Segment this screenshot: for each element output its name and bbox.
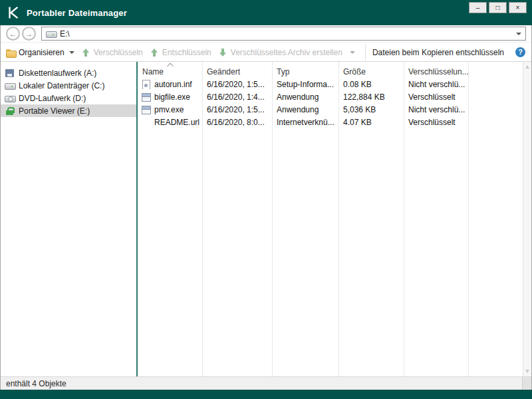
- column-label: Typ: [277, 67, 289, 76]
- forward-arrow-icon: →: [25, 30, 33, 38]
- file-name: autorun.inf: [154, 80, 192, 89]
- drive-label: DVD-Laufwerk (D:): [19, 94, 86, 103]
- address-dropdown-icon[interactable]: [516, 33, 521, 35]
- decrypt-on-copy-option[interactable]: Dateien beim Kopieren entschlüsseln: [372, 48, 504, 57]
- maximize-icon: □: [495, 5, 499, 11]
- forward-button[interactable]: →: [22, 27, 36, 41]
- drive-icon: [46, 29, 56, 39]
- file-size: 5,036 KB: [338, 105, 404, 114]
- address-path: E:\: [60, 29, 70, 39]
- decrypt-label: Entschlüsseln: [162, 48, 211, 57]
- back-button[interactable]: ←: [6, 27, 20, 41]
- drive-label: Lokaler Datenträger (C:): [19, 81, 104, 90]
- vertical-scrollbar[interactable]: [523, 62, 531, 376]
- file-list-pane: Name Geändert Typ Größe: [138, 62, 523, 376]
- file-type-icon: [141, 92, 151, 102]
- organize-button[interactable]: Organisieren: [5, 45, 76, 61]
- status-bar: enthält 4 Objekte: [1, 376, 531, 390]
- drive-item[interactable]: Diskettenlaufwerk (A:): [1, 66, 136, 79]
- file-modified: 6/16/2020, 8:0...: [202, 118, 272, 127]
- brand-bottom-strip: [0, 390, 532, 399]
- column-header[interactable]: Typ: [272, 62, 338, 78]
- drive-type-icon: [5, 94, 15, 103]
- drive-item[interactable]: Portable Viewer (E:): [1, 104, 136, 117]
- minimize-button[interactable]: –: [469, 2, 487, 13]
- chevron-down-icon: [350, 51, 355, 54]
- drive-item[interactable]: DVD-Laufwerk (D:): [1, 92, 136, 104]
- file-type: Anwendung: [272, 105, 338, 114]
- file-type-icon: [141, 118, 151, 127]
- column-header[interactable]: Geändert: [202, 62, 272, 78]
- folder-icon: [6, 48, 16, 57]
- file-size: 0.08 KB: [338, 80, 404, 89]
- file-encryption-status: Nicht verschlü...: [404, 105, 523, 114]
- drive-item[interactable]: Lokaler Datenträger (C:): [1, 79, 136, 92]
- file-row[interactable]: autorun.inf 6/16/2020, 1:5... Setup-Info…: [138, 78, 523, 90]
- status-text: enthält 4 Objekte: [6, 379, 66, 388]
- file-name: pmv.exe: [154, 105, 184, 114]
- chevron-down-icon: [69, 51, 74, 54]
- maximize-button[interactable]: □: [489, 2, 507, 13]
- file-modified: 6/16/2020, 1:5...: [202, 80, 272, 89]
- column-label: Geändert: [207, 67, 240, 76]
- file-size: 122,884 KB: [338, 92, 404, 102]
- file-row[interactable]: README.url 6/16/2020, 8:0... Internetver…: [138, 116, 523, 128]
- scroll-down-icon: [525, 370, 529, 373]
- file-modified: 6/16/2020, 1:4...: [202, 92, 272, 102]
- column-label: Verschlüsselun...: [408, 67, 469, 76]
- kaspersky-logo-icon: [6, 5, 21, 20]
- title-bar: Portabler Dateimanager – □ ×: [0, 0, 532, 25]
- file-type: Internetverknü...: [272, 118, 338, 127]
- column-label: Name: [142, 67, 164, 76]
- column-header[interactable]: Größe: [338, 62, 404, 78]
- close-button[interactable]: ×: [509, 2, 527, 13]
- file-size: 4.07 KB: [338, 118, 404, 127]
- archive-dropdown-button[interactable]: [346, 45, 358, 61]
- main-area: Diskettenlaufwerk (A:) Lokaler Datenträg…: [1, 62, 531, 376]
- encrypt-label: Verschlüsseln: [94, 48, 143, 57]
- file-row[interactable]: pmv.exe 6/16/2020, 1:5... Anwendung 5,03…: [138, 103, 523, 116]
- column-header-row: Name Geändert Typ Größe: [138, 62, 523, 78]
- column-label: Größe: [343, 67, 366, 76]
- column-header[interactable]: Verschlüsselun...: [404, 62, 523, 78]
- organize-label: Organisieren: [19, 48, 65, 57]
- window-controls: – □ ×: [467, 2, 527, 13]
- file-name: bigfile.exe: [154, 92, 190, 102]
- create-archive-label: Verschlüsseltes Archiv erstellen: [231, 48, 342, 57]
- help-button[interactable]: ?: [515, 47, 525, 57]
- address-row: ← → E:\: [1, 25, 531, 43]
- file-modified: 6/16/2020, 1:5...: [202, 105, 272, 114]
- address-input[interactable]: E:\: [41, 27, 526, 41]
- back-arrow-icon: ←: [9, 30, 17, 38]
- decrypt-arrow-icon: [150, 48, 160, 57]
- file-type: Anwendung: [272, 92, 338, 102]
- encrypt-button[interactable]: Verschlüsseln: [80, 45, 144, 61]
- file-type: Setup-Informa...: [272, 80, 338, 89]
- question-mark-icon: ?: [518, 49, 523, 56]
- toolbar-separator: [365, 45, 366, 61]
- drive-type-icon: [5, 106, 15, 116]
- file-type-icon: [141, 80, 151, 89]
- file-row[interactable]: bigfile.exe 6/16/2020, 1:4... Anwendung …: [138, 90, 523, 103]
- resize-grip[interactable]: [522, 377, 531, 390]
- minimize-icon: –: [476, 5, 480, 11]
- encrypt-arrow-icon: [81, 48, 91, 57]
- file-name: README.url: [154, 118, 200, 127]
- drive-type-icon: [5, 81, 15, 90]
- file-encryption-status: Verschlüsselt: [404, 92, 523, 102]
- column-header[interactable]: Name: [138, 62, 202, 78]
- drive-tree: Diskettenlaufwerk (A:) Lokaler Datenträg…: [1, 62, 136, 376]
- file-encryption-status: Verschlüsselt: [404, 118, 523, 127]
- toolbar: Organisieren Verschlüsseln Entschlüsseln…: [1, 43, 531, 62]
- file-rows: autorun.inf 6/16/2020, 1:5... Setup-Info…: [138, 78, 523, 128]
- portable-file-manager-window: Portabler Dateimanager – □ × ← → E:\: [0, 0, 532, 399]
- create-encrypted-archive-button[interactable]: Verschlüsseltes Archiv erstellen: [217, 45, 344, 61]
- file-encryption-status: Nicht verschlü...: [404, 80, 523, 89]
- drive-label: Portable Viewer (E:): [19, 106, 90, 116]
- file-type-icon: [141, 105, 151, 114]
- decrypt-button[interactable]: Entschlüsseln: [148, 45, 213, 61]
- drive-label: Diskettenlaufwerk (A:): [19, 68, 96, 78]
- scroll-up-icon: [525, 65, 529, 68]
- archive-arrow-icon: [218, 48, 228, 57]
- window-title: Portabler Dateimanager: [27, 8, 127, 18]
